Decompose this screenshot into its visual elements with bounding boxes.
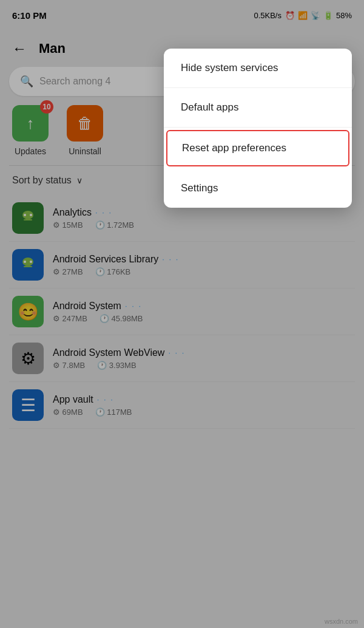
menu-item-settings[interactable]: Settings — [164, 169, 352, 208]
dropdown-menu: Hide system services Default apps Reset … — [164, 49, 352, 208]
menu-item-reset-prefs[interactable]: Reset app preferences — [166, 130, 349, 166]
menu-item-hide-system[interactable]: Hide system services — [164, 49, 352, 88]
default-apps-label: Default apps — [181, 101, 238, 114]
menu-item-default-apps[interactable]: Default apps — [164, 88, 352, 128]
reset-prefs-label: Reset app preferences — [182, 142, 286, 154]
hide-system-label: Hide system services — [181, 62, 278, 74]
settings-label: Settings — [181, 182, 218, 194]
